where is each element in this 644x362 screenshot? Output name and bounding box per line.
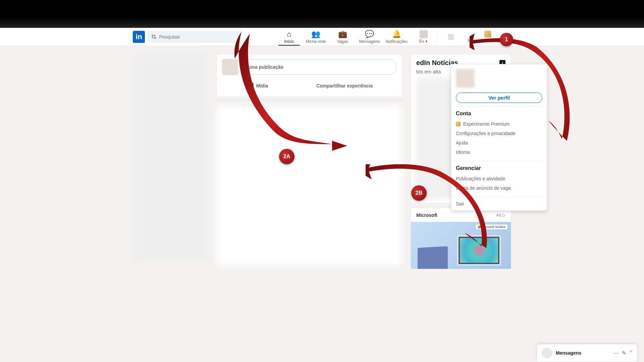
dropdown-avatar[interactable] xyxy=(456,69,475,88)
ad-screen xyxy=(460,238,498,263)
main-area: uma publicação Mídia Compartilhar experi… xyxy=(0,46,644,362)
compose-row: uma publicação xyxy=(222,59,397,75)
search-input[interactable] xyxy=(159,34,237,40)
caret-down-icon: ▼ xyxy=(425,40,428,43)
premium-badge-icon xyxy=(484,31,491,38)
messaging-avatar xyxy=(542,348,552,358)
page-wrapper: in ⌂ Início 👥 Minha rede 💼 Vagas xyxy=(0,28,644,362)
ad-header: Microsoft Ad ▷ xyxy=(416,213,505,218)
avatar-icon xyxy=(420,30,428,38)
ad-choices-icon[interactable]: ▷ xyxy=(502,213,505,218)
compose-actions: Mídia Compartilhar experiência xyxy=(222,80,397,92)
me-dropdown: Ver perfil Conta Experimente Premium Con… xyxy=(451,64,547,211)
dropdown-signout-link[interactable]: Sair xyxy=(456,200,542,207)
nav-jobs-label: Vagas xyxy=(337,39,348,44)
nav-notifications[interactable]: 🔔 Notificações xyxy=(383,28,410,46)
premium-square-icon xyxy=(456,122,461,126)
search-box[interactable] xyxy=(148,31,241,43)
briefcase-icon: 💼 xyxy=(338,30,347,39)
compose-media-button[interactable]: Mídia xyxy=(242,80,272,92)
dropdown-profile-header xyxy=(451,64,547,93)
messaging-title: Mensagens xyxy=(556,350,610,356)
center-feed: uma publicação Mídia Compartilhar experi… xyxy=(216,54,402,269)
nav-messaging-label: Mensagens xyxy=(359,39,380,44)
messaging-overlay[interactable]: Mensagens ⋯ ✎ ˄ xyxy=(537,344,637,362)
linkedin-logo[interactable]: in xyxy=(133,31,145,43)
ad-image: Microsoft Surface xyxy=(411,222,511,269)
dropdown-settings-link[interactable]: Configurações e privacidade xyxy=(456,129,542,138)
view-profile-button[interactable]: Ver perfil xyxy=(456,93,542,103)
nav-jobs[interactable]: 💼 Vagas xyxy=(329,28,356,46)
compose-share-label: Compartilhar experiência xyxy=(316,83,373,88)
dropdown-section-signout: Sair xyxy=(451,197,547,210)
dropdown-job-account-link[interactable]: Conta de anúncio de vaga xyxy=(456,183,542,193)
global-header: in ⌂ Início 👥 Minha rede 💼 Vagas xyxy=(0,28,644,46)
dropdown-manage-title: Gerenciar xyxy=(456,165,542,171)
compose-avatar[interactable] xyxy=(222,59,238,75)
left-sidebar xyxy=(133,54,208,262)
nav-network[interactable]: 👥 Minha rede xyxy=(303,28,329,46)
dropdown-section-account: Conta Experimente Premium Configurações … xyxy=(451,106,547,161)
dropdown-help-link[interactable]: Ajuda xyxy=(456,138,542,147)
ad-device-left xyxy=(418,246,448,269)
nav-notifications-label: Notificações xyxy=(386,39,408,44)
ad-device-right xyxy=(457,235,501,265)
nav-business[interactable]: ▦ xyxy=(437,28,464,46)
compose-media-label: Mídia xyxy=(256,83,268,88)
header-inner: in ⌂ Início 👥 Minha rede 💼 Vagas xyxy=(133,28,511,46)
annotation-step-1: 1 xyxy=(500,33,513,46)
more-icon[interactable]: ⋯ xyxy=(613,350,619,356)
nav-me[interactable]: Eu▼ xyxy=(410,28,437,46)
ad-brand: Microsoft xyxy=(416,213,437,218)
feed-post-blurred xyxy=(216,105,402,266)
annotation-step-2a: 2A xyxy=(279,149,294,164)
image-icon xyxy=(246,82,254,89)
top-black-bar xyxy=(0,0,644,28)
dropdown-language-link[interactable]: Idioma xyxy=(456,147,542,157)
dropdown-premium-link[interactable]: Experimente Premium xyxy=(456,119,542,129)
compose-share-experience-button[interactable]: Compartilhar experiência xyxy=(312,80,377,92)
home-icon: ⌂ xyxy=(287,30,291,39)
chevron-up-icon[interactable]: ˄ xyxy=(630,350,632,356)
dropdown-posts-activity-link[interactable]: Publicações e atividade xyxy=(456,174,542,183)
compose-input[interactable]: uma publicação xyxy=(241,59,397,75)
search-icon xyxy=(152,34,157,40)
compose-message-icon[interactable]: ✎ xyxy=(622,350,626,356)
ad-label: Ad ▷ xyxy=(496,213,505,218)
speech-bubble-icon: 💬 xyxy=(365,30,374,39)
compose-card: uma publicação Mídia Compartilhar experi… xyxy=(216,54,402,97)
nav-home-label: Início xyxy=(284,39,294,44)
ad-card[interactable]: Microsoft Ad ▷ Microsoft Surface xyxy=(411,207,511,269)
dropdown-account-title: Conta xyxy=(456,111,542,117)
nav-network-label: Minha rede xyxy=(306,39,326,44)
grid-icon: ▦ xyxy=(447,32,454,41)
nav-messaging[interactable]: 💬 Mensagens xyxy=(356,28,383,46)
primary-nav: ⌂ Início 👥 Minha rede 💼 Vagas 💬 Mensagen… xyxy=(276,28,511,46)
dropdown-section-manage: Gerenciar Publicações e atividade Conta … xyxy=(451,161,547,197)
ad-badge: Microsoft Surface xyxy=(476,225,507,229)
feed-divider xyxy=(216,100,402,100)
people-icon: 👥 xyxy=(311,30,320,39)
bell-icon: 🔔 xyxy=(392,30,401,39)
nav-me-label: Eu▼ xyxy=(419,39,428,44)
annotation-step-2b: 2B xyxy=(411,185,427,201)
nav-home[interactable]: ⌂ Início xyxy=(276,28,303,46)
microsoft-logo-icon xyxy=(478,226,481,228)
